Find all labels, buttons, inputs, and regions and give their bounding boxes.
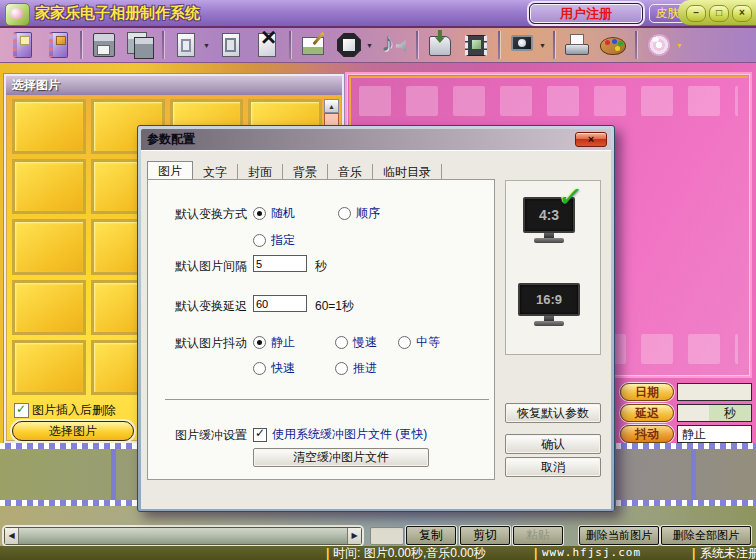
save-button[interactable] — [87, 29, 121, 62]
interval-input[interactable] — [253, 255, 307, 272]
delete-picture-button[interactable] — [250, 29, 284, 62]
jitter-button[interactable]: 抖动 — [620, 425, 674, 443]
replace-picture-icon — [216, 30, 246, 60]
radio-assign[interactable]: 指定 — [253, 232, 295, 249]
new-album-button[interactable] — [5, 29, 39, 62]
film-square — [500, 86, 532, 116]
scroll-up-icon[interactable]: ▲ — [324, 99, 339, 113]
status-separator: | — [692, 546, 695, 560]
radio-random[interactable]: 随机 — [253, 205, 295, 222]
edit-picture-button[interactable] — [296, 29, 330, 62]
save-all-button[interactable] — [123, 29, 157, 62]
dropdown-arrow-icon[interactable]: ▼ — [203, 42, 210, 49]
dialog-close-button[interactable]: × — [575, 132, 607, 147]
maximize-button[interactable]: □ — [709, 5, 729, 22]
confirm-button[interactable]: 确认 — [505, 434, 601, 454]
jitter-label: 默认图片抖动 — [175, 336, 247, 350]
cache-label: 图片缓冲设置 — [175, 428, 247, 442]
delete-picture-icon — [252, 30, 282, 60]
open-album-icon — [43, 30, 73, 60]
dropdown-arrow-icon[interactable]: ▼ — [539, 42, 546, 49]
minimize-button[interactable]: – — [686, 5, 706, 22]
film-square — [453, 86, 485, 116]
delay-field[interactable]: 秒 — [677, 404, 752, 422]
scroll-right-icon[interactable]: ▶ — [347, 528, 361, 544]
cut-button[interactable]: 剪切 — [460, 526, 510, 545]
film-square — [688, 86, 720, 116]
dialog-title: 参数配置 — [141, 131, 195, 148]
status-separator: | — [534, 546, 537, 560]
radio-fast[interactable]: 快速 — [253, 360, 295, 377]
dialog-titlebar[interactable]: 参数配置 × — [141, 129, 611, 150]
radio-slow[interactable]: 慢速 — [335, 334, 377, 351]
clear-cache-button[interactable]: 清空缓冲图片文件 — [253, 448, 429, 467]
replace-picture-button[interactable] — [214, 29, 248, 62]
cache-checkbox-option[interactable]: 使用系统缓冲图片文件 (更快) — [253, 426, 427, 443]
date-field[interactable] — [677, 383, 752, 401]
cancel-button[interactable]: 取消 — [505, 457, 601, 477]
jitter-row: 抖动 静止 — [620, 425, 752, 443]
bottom-bar: ◀ ▶ 复制 剪切 粘贴 删除当前图片 删除全部图片 — [0, 506, 756, 546]
app-logo-icon — [5, 3, 30, 26]
tab-picture[interactable]: 图片 — [147, 161, 193, 180]
delay-unit-label: 秒 — [709, 405, 751, 421]
toolbar-separator — [498, 31, 500, 59]
radio-icon — [335, 362, 348, 375]
thumbnail-cell[interactable] — [12, 340, 86, 395]
tab-music[interactable]: 音乐 — [328, 164, 373, 180]
color-palette-button[interactable] — [596, 29, 630, 62]
radio-push[interactable]: 推进 — [335, 360, 377, 377]
edit-picture-icon — [298, 30, 328, 60]
scroll-left-icon[interactable]: ◀ — [5, 528, 19, 544]
display-settings-button[interactable]: ▼ — [505, 29, 548, 62]
monitor-16-9-icon[interactable]: 16:9 — [518, 283, 580, 326]
thumbnail-cell[interactable] — [12, 280, 86, 335]
thumbnail-cell[interactable] — [12, 219, 86, 274]
tab-text[interactable]: 文字 — [193, 164, 238, 180]
checkbox-checked-icon[interactable] — [14, 403, 29, 418]
export-video-icon — [461, 30, 491, 60]
dropdown-arrow-icon[interactable]: ▼ — [366, 42, 373, 49]
radio-selected-icon — [253, 336, 266, 349]
save-all-icon — [125, 30, 155, 60]
export-video-button[interactable] — [459, 29, 493, 62]
insert-picture-button[interactable]: ▼ — [169, 29, 212, 62]
jitter-field[interactable]: 静止 — [677, 425, 752, 443]
close-button[interactable]: × — [732, 5, 752, 22]
statusbar: | 时间: 图片0.00秒,音乐0.00秒 | www.hfjsj.com | … — [0, 546, 756, 560]
toolbar-separator — [289, 31, 291, 59]
paste-button[interactable]: 粘贴 — [513, 526, 563, 545]
open-album-button[interactable] — [41, 29, 75, 62]
radio-sequence[interactable]: 顺序 — [338, 205, 380, 222]
print-preview-button[interactable] — [560, 29, 594, 62]
delete-all-pictures-button[interactable]: 删除全部图片 — [661, 526, 751, 545]
checkbox-checked-icon[interactable] — [253, 428, 267, 442]
thumbnail-cell[interactable] — [12, 159, 86, 214]
tab-temp-directory[interactable]: 临时目录 — [373, 164, 442, 180]
film-square — [688, 334, 720, 364]
copy-button[interactable]: 复制 — [406, 526, 456, 545]
user-register-button[interactable]: 用户注册 — [529, 3, 643, 24]
tab-cover[interactable]: 封面 — [238, 164, 283, 180]
delete-after-insert-option[interactable]: 图片插入后删除 — [14, 402, 116, 419]
music-icon — [379, 30, 409, 60]
delay-button[interactable]: 延迟 — [620, 404, 674, 422]
music-button[interactable] — [377, 29, 411, 62]
toolbar: ▼▼▼▼ — [0, 28, 756, 63]
photo-frame-button[interactable]: ▼ — [332, 29, 375, 62]
radio-static[interactable]: 静止 — [253, 334, 295, 351]
horizontal-scrollbar[interactable]: ◀ ▶ — [4, 527, 362, 545]
dropdown-arrow-icon[interactable]: ▼ — [676, 42, 683, 49]
radio-icon — [335, 336, 348, 349]
radio-icon — [398, 336, 411, 349]
restore-defaults-button[interactable]: 恢复默认参数 — [505, 403, 601, 423]
import-pictures-button[interactable] — [423, 29, 457, 62]
date-button[interactable]: 日期 — [620, 383, 674, 401]
delay-input[interactable] — [253, 295, 307, 312]
tab-background[interactable]: 背景 — [283, 164, 328, 180]
delete-current-picture-button[interactable]: 删除当前图片 — [579, 526, 659, 545]
burn-disc-button[interactable]: ▼ — [642, 29, 685, 62]
select-pictures-button[interactable]: 选择图片 — [12, 421, 134, 441]
radio-medium[interactable]: 中等 — [398, 334, 440, 351]
thumbnail-cell[interactable] — [12, 99, 86, 154]
